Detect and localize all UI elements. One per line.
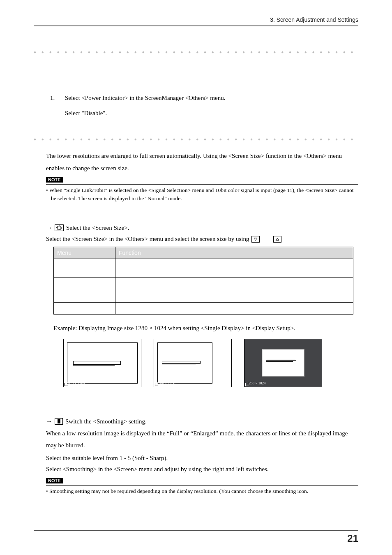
select-line: Select the <Screen Size> in the <Others>… [46, 234, 358, 244]
page: 3. Screen Adjustment and Settings 3-4. P… [0, 0, 392, 555]
arrow-icon: → [46, 223, 52, 233]
section-title-power-indicator: 3-4. Power Indicator Setting [Power Indi… [34, 38, 358, 49]
figure-caption: Enlarged [154, 389, 232, 395]
step-number: 1. [50, 93, 56, 103]
note-rule-top [46, 485, 358, 486]
select-line-pre: Select the <Screen Size> in the <Others>… [46, 236, 249, 242]
figure-full: 1920 × 1200 Full (Default setting) [63, 339, 141, 395]
note-label: NOTE [46, 177, 63, 183]
arrow-text: Switch the <Smoothing> setting. [65, 417, 147, 426]
table-row: Full Displays the picture on the screen … [54, 259, 353, 278]
screen-normal-diagram [244, 339, 322, 387]
step-row: 1. Select <Power Indicator> in the Scree… [50, 93, 358, 103]
arrow-line: → Switch the <Smoothing> setting. [46, 417, 358, 426]
screen-enlarged-diagram [157, 342, 212, 384]
resize-icon [55, 224, 64, 231]
page-number: 21 [34, 533, 358, 544]
cell-function: Displays the picture on the screen in fu… [115, 259, 353, 278]
figure-row: 1920 × 1200 Full (Default setting) 1500 … [63, 339, 358, 395]
figure-dim: 1920 × 1200 [66, 381, 85, 385]
step-subtext: Select "Disable". [65, 109, 358, 118]
note-label: NOTE [46, 478, 63, 483]
smooth-para: When a low-resolution image is displayed… [46, 428, 358, 451]
figure-caption: Normal [244, 389, 322, 395]
figure-caption: Full (Default setting) [63, 389, 141, 395]
step-text: Select <Power Indicator> in the ScreenMa… [65, 93, 225, 103]
footer: 21 [34, 530, 358, 544]
cell-function: Displays the image at the resolution. [115, 303, 353, 314]
select-line-mid: and [262, 236, 272, 242]
select-line-post: . [284, 236, 286, 242]
arrow-icon: → [46, 417, 52, 426]
paragraph: The lower resolutions are enlarged to fu… [46, 150, 358, 174]
footer-rule [34, 530, 358, 531]
arrow-line: → Select the <Screen Size>. [46, 223, 358, 233]
note-text: • Smoothing setting may not be required … [46, 487, 358, 495]
cell-menu: Full [54, 259, 115, 278]
svg-rect-0 [58, 226, 61, 229]
table-row: Enlarged Displays the picture on the scr… [54, 278, 353, 303]
subhead-enlarge: 1 Enlarge the screen size when displayin… [46, 213, 358, 221]
section-title-lower-res: 3-5. Displaying Lower Resolutions [34, 125, 358, 136]
screen-size-table: Menu Function Full Displays the picture … [53, 247, 353, 314]
header-right: 3. Screen Adjustment and Settings [34, 16, 358, 23]
intro-paragraph: Use the function to keep the power indic… [46, 62, 358, 86]
smooth-select-line: Select <Smoothing> in the <Screen> menu … [46, 465, 358, 474]
arrow-text: Select the <Screen Size>. [66, 223, 129, 233]
screen-full-diagram [67, 342, 138, 384]
smoothing-icon [55, 418, 63, 425]
note-text: • When "Single Link/10bit" is selected o… [46, 186, 358, 202]
table-header-function: Function [115, 247, 353, 259]
subhead-smooth: 2 Smooth the blurred texts of the enlarg… [46, 406, 358, 414]
cell-menu: Normal [54, 303, 115, 314]
note-rule-bottom [46, 205, 358, 205]
figure-enlarged: 1500 × 1200 Enlarged [154, 339, 232, 395]
cell-function: Displays the picture on the screen in fu… [115, 278, 353, 303]
table-row: Normal Displays the image at the resolut… [54, 303, 353, 314]
cell-menu: Enlarged [54, 278, 115, 303]
up-triangle-icon [273, 236, 281, 243]
figure-normal: 1280 × 1024 Normal [244, 339, 322, 395]
figure-dim: 1280 × 1024 [247, 381, 266, 385]
example-line: Example: Displaying Image size 1280 × 10… [53, 324, 358, 333]
smooth-level-line: Select the suitable level from 1 - 5 (So… [46, 453, 358, 463]
down-triangle-icon [251, 236, 260, 243]
header-rule [34, 25, 358, 26]
dotted-rule: ● ● ● ● ● ● ● ● ● ● ● ● ● ● ● ● ● ● ● ● … [34, 51, 358, 53]
table-header-menu: Menu [54, 247, 115, 259]
figure-dim: 1500 × 1200 [157, 381, 175, 385]
dotted-rule: ● ● ● ● ● ● ● ● ● ● ● ● ● ● ● ● ● ● ● ● … [34, 138, 358, 141]
note-rule-top [46, 184, 358, 185]
